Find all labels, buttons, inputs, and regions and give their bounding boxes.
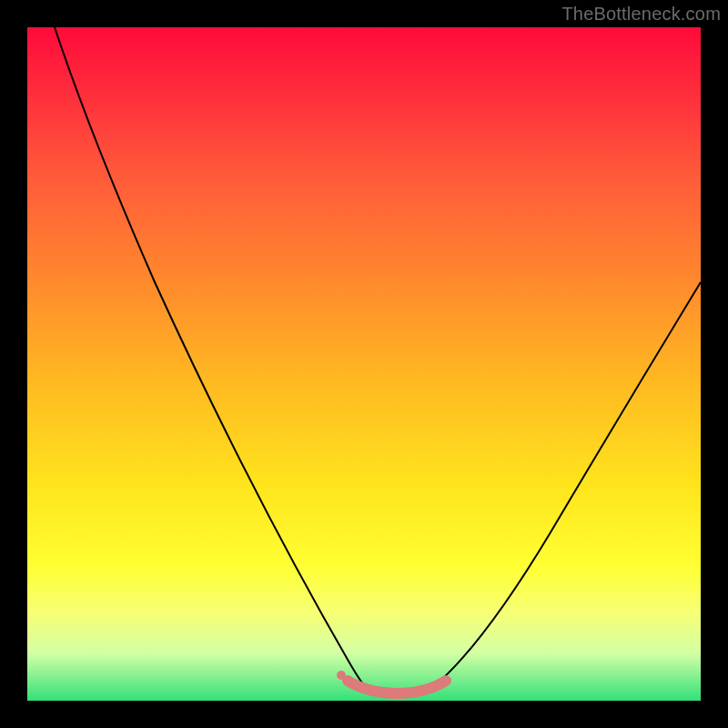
chart-svg [27, 27, 701, 701]
watermark-text: TheBottleneck.com [561, 4, 721, 25]
curve-left [55, 27, 368, 690]
marker-dot [337, 671, 346, 680]
curve-right [432, 282, 701, 688]
chart-stage: TheBottleneck.com [0, 0, 728, 728]
sweet-spot-band [348, 681, 446, 693]
plot-area [27, 27, 701, 701]
